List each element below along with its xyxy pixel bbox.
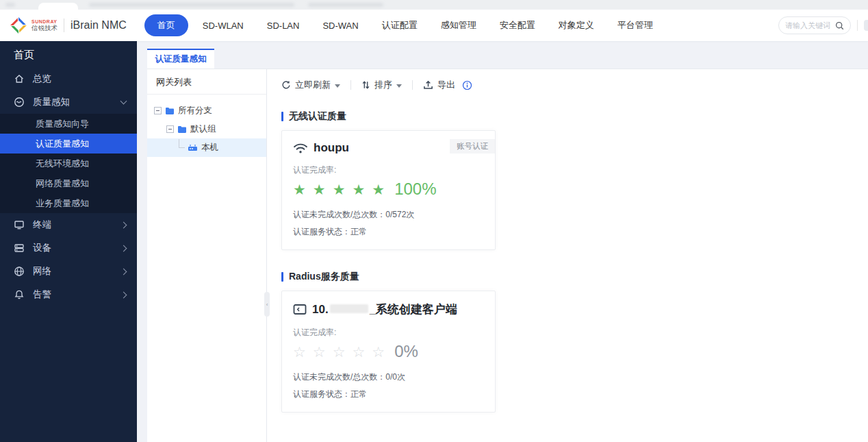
auth-stats: 认证未完成次数/总次数：0/0次 [293, 371, 484, 383]
wifi-icon [293, 143, 308, 154]
tree-connector [179, 139, 185, 148]
tree-node-default-group[interactable]: 默认组 [147, 120, 266, 138]
nav-sd-lan[interactable]: SD-LAN [255, 16, 311, 35]
sidebar-item-label: 终端 [33, 219, 51, 231]
tree-node-local-device[interactable]: 本机 [147, 138, 266, 157]
tree-node-label: 本机 [201, 142, 218, 154]
section-title-text: Radius服务质量 [289, 271, 359, 283]
caret-down-icon [335, 84, 340, 88]
collapse-minus-icon[interactable] [154, 107, 162, 114]
auth-service-status: 认证服务状态：正常 [293, 226, 484, 238]
client-name-suffix: _系统创建客户端 [370, 303, 457, 316]
star-icon: ☆ [293, 345, 306, 359]
browser-smudge [89, 3, 294, 7]
browser-tab-remnant [38, 3, 78, 10]
brand: SUNDRAY 信锐技术 iBrain NMC [10, 16, 127, 34]
star-icon: ★ [333, 182, 346, 197]
nav-sense-mgmt[interactable]: 感知管理 [429, 15, 488, 36]
top-nav: 首页 SD-WLAN SD-LAN SD-WAN 认证配置 感知管理 安全配置 … [144, 14, 665, 36]
chevron-right-icon [120, 221, 127, 228]
client-name-prefix: 10. [312, 303, 329, 316]
tab-auth-quality[interactable]: 认证质量感知 [147, 49, 214, 69]
nav-object-def[interactable]: 对象定义 [547, 15, 606, 36]
sidebar-item-terminal[interactable]: 终端 [0, 213, 137, 236]
submenu-network-quality[interactable]: 网络质量感知 [0, 173, 137, 193]
search-input[interactable] [785, 21, 832, 29]
nav-security-config[interactable]: 安全配置 [488, 15, 547, 36]
collapse-minus-icon[interactable] [166, 125, 174, 133]
star-icon: ☆ [372, 345, 385, 359]
tree-node-all-branches[interactable]: 所有分支 [147, 101, 266, 120]
panel-collapse-handle[interactable]: ‹ [264, 292, 270, 317]
radius-client-name: 10._系统创建客户端 [312, 302, 457, 317]
submenu-wireless-env[interactable]: 无线环境感知 [0, 154, 137, 173]
nav-platform-mgmt[interactable]: 平台管理 [606, 15, 665, 36]
refresh-icon [281, 80, 291, 90]
sort-button[interactable]: 排序 [361, 79, 402, 91]
nav-auth-config[interactable]: 认证配置 [370, 15, 429, 36]
auth-type-badge: 账号认证 [450, 139, 495, 154]
product-name: iBrain NMC [71, 19, 127, 32]
brand-cn: 信锐技术 [31, 25, 58, 32]
sidebar-item-network[interactable]: 网络 [0, 260, 137, 283]
sort-label: 排序 [374, 79, 392, 91]
section-bar [281, 272, 283, 282]
submenu-service-quality[interactable]: 业务质量感知 [0, 193, 137, 213]
export-button[interactable]: 导出 [423, 79, 455, 91]
sidebar-item-device[interactable]: 设备 [0, 236, 137, 260]
completion-rate: 0% [394, 342, 418, 361]
chevron-right-icon [120, 245, 127, 251]
nav-home[interactable]: 首页 [144, 14, 188, 36]
info-icon[interactable] [462, 80, 472, 90]
nav-sd-wan[interactable]: SD-WAN [311, 16, 370, 35]
sidebar-item-alarm[interactable]: 告警 [0, 283, 137, 306]
caret-down-icon [396, 84, 402, 88]
browser-smudge [308, 3, 383, 7]
nav-sd-wlan[interactable]: SD-WLAN [191, 16, 255, 35]
sidebar-item-label: 质量感知 [33, 96, 70, 108]
star-icon: ★ [313, 182, 326, 197]
refresh-label: 立即刷新 [295, 79, 331, 91]
chevron-right-icon [120, 268, 127, 275]
sidebar-item-label: 设备 [33, 242, 51, 254]
auth-service-status: 认证服务状态：正常 [293, 389, 484, 400]
star-icon: ☆ [313, 345, 326, 359]
star-icon: ☆ [352, 345, 365, 359]
submenu-quality-wizard[interactable]: 质量感知向导 [0, 114, 137, 134]
client-monitor-icon [293, 304, 307, 316]
rate-label: 认证完成率: [293, 327, 484, 339]
submenu-auth-quality[interactable]: 认证质量感知 [0, 134, 137, 154]
header-divider [857, 20, 858, 31]
browser-smudge [5, 3, 15, 7]
section-wireless-auth-quality: 无线认证质量 [281, 110, 868, 123]
star-icon: ★ [372, 182, 385, 197]
star-icon: ★ [293, 182, 306, 197]
ssid-quality-card[interactable]: houpu 账号认证 认证完成率: ★ ★ ★ ★ ★ 100% 认证未完成次数… [281, 130, 496, 250]
star-rating: ★ ★ ★ ★ ★ 100% [293, 180, 484, 199]
sidebar-item-label: 告警 [33, 288, 51, 301]
gateway-device-icon [188, 144, 198, 151]
brand-separator [64, 19, 64, 32]
header-right [778, 16, 868, 34]
search-icon[interactable] [835, 21, 844, 30]
user-menu-partial[interactable] [864, 20, 868, 31]
radius-client-card[interactable]: 10._系统创建客户端 认证完成率: ☆ ☆ ☆ ☆ ☆ 0% 认证未完成次数/… [281, 291, 496, 413]
sidebar-item-overview[interactable]: 总览 [0, 67, 137, 90]
quality-sense-icon [14, 97, 25, 108]
refresh-button[interactable]: 立即刷新 [281, 79, 340, 91]
redacted-text [330, 304, 368, 313]
search-box[interactable] [778, 16, 851, 34]
tree-node-label: 所有分支 [178, 105, 212, 116]
bell-icon [14, 289, 25, 300]
gateway-list-panel: 网关列表 所有分支 默认组 [147, 69, 267, 442]
star-icon: ☆ [333, 345, 346, 359]
device-icon [14, 243, 25, 254]
sidebar-item-quality-sense[interactable]: 质量感知 [0, 90, 137, 114]
section-radius-quality: Radius服务质量 [281, 271, 868, 283]
tree-node-label: 默认组 [190, 123, 216, 135]
toolbar-divider [412, 80, 413, 90]
toolbar-divider [350, 80, 351, 90]
completion-rate: 100% [394, 180, 436, 199]
browser-strip [0, 0, 868, 10]
home-icon [14, 73, 25, 84]
